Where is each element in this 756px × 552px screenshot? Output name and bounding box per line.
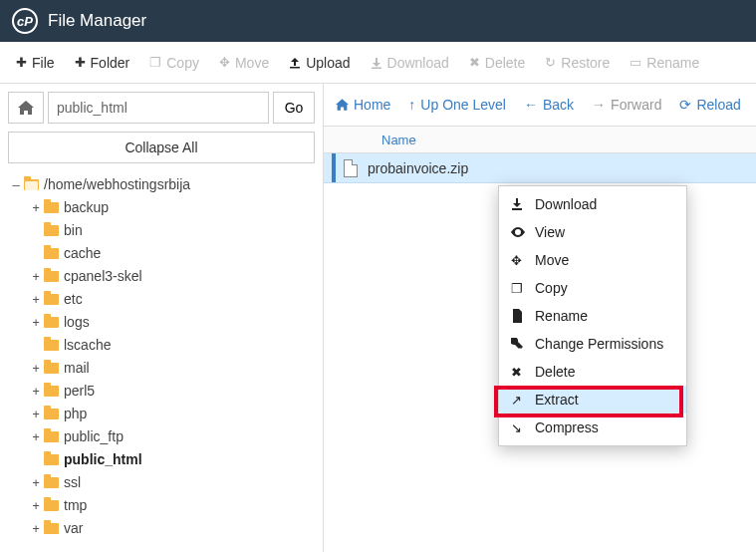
tree-toggle[interactable]: + xyxy=(30,383,42,401)
nav-home-button[interactable]: Home xyxy=(336,97,390,113)
context-menu-download[interactable]: Download xyxy=(499,190,686,218)
file-button[interactable]: ✚ File xyxy=(6,42,65,83)
tree-node-label[interactable]: cpanel3-skel xyxy=(64,266,142,287)
go-button[interactable]: Go xyxy=(273,92,315,124)
toolbar-label: File xyxy=(32,55,55,71)
upload-button[interactable]: Upload xyxy=(279,42,360,83)
move-button[interactable]: ✥ Move xyxy=(209,42,279,83)
nav-forward-button[interactable]: → Forward xyxy=(592,97,661,113)
path-input[interactable] xyxy=(48,92,269,124)
selection-indicator xyxy=(332,153,336,182)
tree-node-label[interactable]: php xyxy=(64,404,87,424)
tree-node-label[interactable]: bin xyxy=(64,220,83,241)
tree-toggle[interactable]: + xyxy=(30,474,42,492)
folder-icon xyxy=(44,340,59,351)
column-header-name[interactable]: Name xyxy=(324,126,756,153)
tree-toggle[interactable]: + xyxy=(30,520,42,538)
tree-node-label[interactable]: lscache xyxy=(64,335,111,356)
tree-node-label[interactable]: perl5 xyxy=(64,381,95,402)
app-header: cP File Manager xyxy=(0,0,756,42)
tree-toggle[interactable]: + xyxy=(30,199,42,217)
move-icon: ✥ xyxy=(511,253,529,268)
folder-icon xyxy=(44,409,59,419)
context-menu-delete[interactable]: ✖Delete xyxy=(499,358,686,386)
download-icon xyxy=(511,198,529,210)
copy-icon: ❐ xyxy=(511,281,529,296)
tree-node-label[interactable]: logs xyxy=(64,312,90,333)
extract-icon: ↗ xyxy=(511,393,529,408)
compress-icon: ↘ xyxy=(511,420,529,435)
context-menu-compress[interactable]: ↘Compress xyxy=(499,414,686,441)
tree-toggle[interactable]: + xyxy=(30,360,42,378)
change-permissions-icon xyxy=(511,338,529,350)
delete-icon: ✖ xyxy=(469,55,480,70)
tree-toggle[interactable]: + xyxy=(30,428,42,446)
toolbar-label: Download xyxy=(387,55,449,71)
up-arrow-icon: ↑ xyxy=(408,97,415,113)
context-menu-label: Compress xyxy=(535,419,599,435)
tree-node-label[interactable]: public_html xyxy=(64,449,142,470)
nav-back-button[interactable]: ← Back xyxy=(524,97,574,113)
home-icon xyxy=(336,99,349,111)
context-menu-view[interactable]: View xyxy=(499,218,686,246)
folder-icon xyxy=(44,477,59,488)
collapse-all-button[interactable]: Collapse All xyxy=(8,132,315,163)
context-menu-label: Delete xyxy=(535,364,575,380)
tree-node-label[interactable]: ssl xyxy=(64,472,81,493)
sidebar: Go Collapse All – /home/webhostingsrbija… xyxy=(0,84,324,552)
folder-icon xyxy=(44,363,59,374)
toolbar-label: Delete xyxy=(485,55,525,71)
tree-toggle[interactable]: + xyxy=(30,268,42,286)
tree-node-label[interactable]: etc xyxy=(64,289,83,310)
rename-button[interactable]: ▭ Rename xyxy=(620,42,709,83)
app-title: File Manager xyxy=(48,11,146,31)
tree-toggle[interactable]: + xyxy=(30,406,42,423)
main-toolbar: ✚ File ✚ Folder ❐ Copy ✥ Move Upload Dow… xyxy=(0,42,756,84)
download-button[interactable]: Download xyxy=(361,42,459,83)
context-menu-extract[interactable]: ↗Extract xyxy=(499,386,686,414)
file-row[interactable]: probainvoice.zip xyxy=(324,153,756,183)
tree-node-label[interactable]: tmp xyxy=(64,495,87,516)
upload-icon xyxy=(289,57,301,69)
home-icon xyxy=(18,101,34,115)
tree-toggle[interactable]: + xyxy=(30,314,42,332)
context-menu-copy[interactable]: ❐Copy xyxy=(499,274,686,302)
tree-toggle[interactable]: – xyxy=(10,176,22,194)
restore-button[interactable]: ↻ Restore xyxy=(535,42,620,83)
context-menu-rename[interactable]: Rename xyxy=(499,302,686,330)
folder-icon xyxy=(44,386,59,397)
tree-node-label[interactable]: cache xyxy=(64,243,101,264)
context-menu: DownloadView✥Move❐CopyRenameChange Permi… xyxy=(498,185,687,446)
tree-toggle[interactable]: + xyxy=(30,291,42,309)
folder-icon xyxy=(44,523,59,534)
tree-node-label[interactable]: mail xyxy=(64,358,90,379)
tree-node-label[interactable]: public_ftp xyxy=(64,426,124,447)
folder-icon xyxy=(44,500,59,511)
nav-reload-button[interactable]: ⟳ Reload xyxy=(679,97,740,113)
context-menu-label: Copy xyxy=(535,280,568,296)
folder-icon xyxy=(44,431,59,442)
toolbar-label: Upload xyxy=(306,55,350,71)
folder-icon xyxy=(44,317,59,328)
home-button[interactable] xyxy=(8,92,44,124)
context-menu-move[interactable]: ✥Move xyxy=(499,246,686,274)
folder-icon xyxy=(44,202,59,213)
tree-toggle[interactable]: + xyxy=(30,497,42,515)
reload-icon: ⟳ xyxy=(679,97,691,113)
tree-node-label[interactable]: var xyxy=(64,518,83,539)
delete-button[interactable]: ✖ Delete xyxy=(459,42,535,83)
tree-root-label[interactable]: /home/webhostingsrbija xyxy=(44,174,190,195)
cpanel-logo: cP xyxy=(12,8,38,34)
folder-tree: – /home/webhostingsrbija +backup+bin+cac… xyxy=(8,173,315,544)
nav-label: Back xyxy=(543,97,574,113)
folder-button[interactable]: ✚ Folder xyxy=(65,42,140,83)
context-menu-label: Change Permissions xyxy=(535,336,663,352)
plus-icon: ✚ xyxy=(75,55,86,70)
tree-node-label[interactable]: backup xyxy=(64,197,109,218)
toolbar-label: Move xyxy=(235,55,269,71)
copy-button[interactable]: ❐ Copy xyxy=(139,42,209,83)
nav-up-button[interactable]: ↑ Up One Level xyxy=(408,97,506,113)
folder-icon xyxy=(44,248,59,259)
context-menu-change-permissions[interactable]: Change Permissions xyxy=(499,330,686,358)
restore-icon: ↻ xyxy=(545,55,556,70)
